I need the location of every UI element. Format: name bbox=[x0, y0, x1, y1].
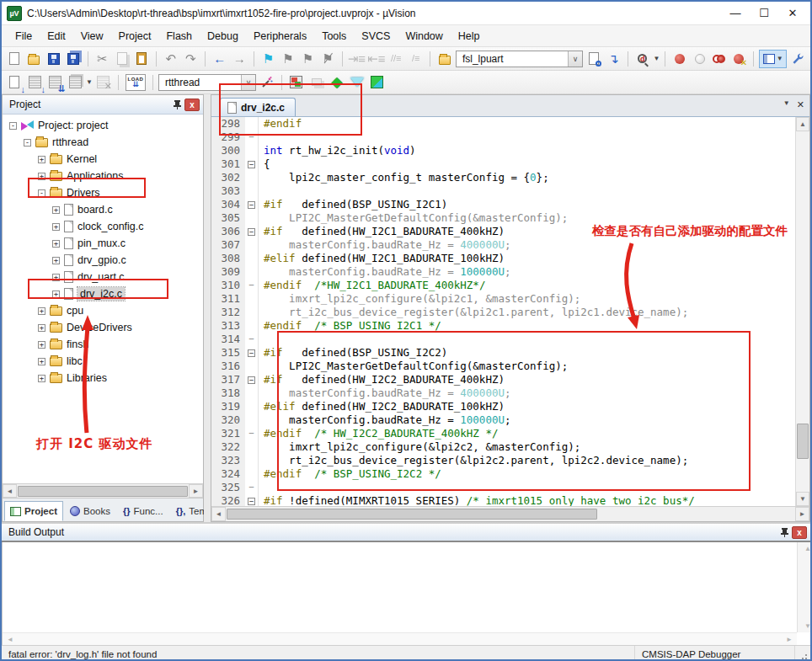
expand-icon[interactable]: + bbox=[38, 173, 45, 180]
kill-breakpoints-button[interactable]: ✕ bbox=[730, 50, 748, 68]
uncomment-button[interactable]: /≡ bbox=[407, 50, 425, 68]
code-line-307[interactable]: 307 masterConfig.baudRate_Hz = 400000U; bbox=[211, 238, 809, 252]
scroll-left-icon[interactable]: ◄ bbox=[211, 507, 226, 521]
scrollbar-thumb[interactable] bbox=[18, 486, 188, 497]
indent-button[interactable]: ⇥≡ bbox=[348, 50, 366, 68]
multiple-windows-button[interactable] bbox=[307, 73, 326, 92]
panel-splitter[interactable] bbox=[204, 94, 211, 522]
code-line-320[interactable]: 320 masterConfig.baudRate_Hz = 100000U; bbox=[211, 413, 809, 427]
build-output-horizontal-scrollbar[interactable]: ◄ ► bbox=[3, 632, 797, 645]
outdent-button[interactable]: ⇤≡ bbox=[367, 50, 385, 68]
insert-breakpoint-button[interactable] bbox=[670, 50, 688, 68]
fold-collapse-icon[interactable]: − bbox=[245, 198, 259, 211]
maximize-button[interactable]: ☐ bbox=[751, 4, 777, 23]
goto-reference-button[interactable]: ↴ bbox=[605, 50, 622, 68]
code-line-323[interactable]: 323 rt_i2c_bus_device_register(&lpi2c2.p… bbox=[211, 454, 809, 467]
scroll-left-icon[interactable]: ◄ bbox=[3, 484, 17, 498]
code-line-305[interactable]: 305 LPI2C_MasterGetDefaultConfig(&master… bbox=[211, 211, 809, 225]
code-line-318[interactable]: 318 masterConfig.baudRate_Hz = 400000U; bbox=[211, 386, 809, 400]
expand-icon[interactable]: + bbox=[52, 274, 60, 281]
code-line-316[interactable]: 316 LPI2C_MasterGetDefaultConfig(&master… bbox=[211, 360, 809, 373]
code-line-301[interactable]: 301−{ bbox=[211, 157, 809, 171]
tree-item-drv-gpio-c[interactable]: +drv_gpio.c bbox=[3, 252, 203, 269]
open-file-button[interactable] bbox=[24, 50, 42, 68]
code-line-321[interactable]: 321─#endif /* HW_I2C2_BADURATE_400kHZ */ bbox=[211, 427, 809, 440]
menu-item-window[interactable]: Window bbox=[398, 28, 449, 45]
code-line-313[interactable]: 313#endif /* BSP_USING_I2C1 */ bbox=[211, 319, 809, 333]
scroll-down-icon[interactable]: ▼ bbox=[796, 492, 809, 506]
build-output-content[interactable]: ▲ ▼ ◄ ► bbox=[2, 542, 810, 645]
menu-item-project[interactable]: Project bbox=[112, 28, 158, 45]
code-editor[interactable]: 298#endif299─300int rt_hw_i2c_init(void)… bbox=[211, 117, 809, 506]
find-button[interactable]: d bbox=[633, 50, 651, 68]
fold-collapse-icon[interactable]: − bbox=[245, 494, 259, 506]
search-value[interactable]: fsl_lpuart bbox=[457, 53, 568, 65]
code-line-319[interactable]: 319#elif defined(HW_I2C2_BADURATE_100kHZ… bbox=[211, 400, 809, 413]
code-line-306[interactable]: 306−#if defined(HW_I2C1_BADURATE_400kHZ) bbox=[211, 225, 809, 238]
save-all-button[interactable] bbox=[64, 50, 82, 68]
pin-icon[interactable] bbox=[777, 525, 792, 539]
manage-rte-button[interactable]: ◆ bbox=[328, 73, 346, 92]
resize-grip[interactable] bbox=[795, 646, 810, 661]
menu-item-debug[interactable]: Debug bbox=[200, 28, 245, 45]
code-line-314[interactable]: 314─ bbox=[211, 333, 809, 346]
pin-icon[interactable] bbox=[169, 98, 184, 111]
code-line-308[interactable]: 308#elif defined(HW_I2C1_BADURATE_100kHZ… bbox=[211, 252, 809, 265]
collapse-icon[interactable]: - bbox=[38, 189, 45, 197]
tree-item-libc[interactable]: +libc bbox=[3, 353, 203, 370]
enable-breakpoint-button[interactable] bbox=[691, 50, 708, 68]
scroll-left-icon[interactable]: ◄ bbox=[3, 636, 18, 643]
tree-item-applications[interactable]: +Applications bbox=[3, 168, 203, 184]
menu-item-file[interactable]: File bbox=[8, 28, 39, 45]
tree-item-drv-i2c-c[interactable]: +drv_i2c.c bbox=[3, 285, 203, 302]
code-line-315[interactable]: 315−#if defined(BSP_USING_I2C2) bbox=[211, 346, 809, 360]
find-dropdown-caret[interactable]: ▼ bbox=[653, 55, 660, 62]
fold-collapse-icon[interactable]: − bbox=[245, 157, 259, 171]
menu-item-flash[interactable]: Flash bbox=[159, 28, 199, 45]
rebuild-button[interactable]: ⇊ bbox=[45, 73, 64, 92]
window-layout-button[interactable]: ▼ bbox=[759, 50, 787, 68]
load-flash-button[interactable]: LOAD⇊ bbox=[124, 73, 147, 92]
toggle-bookmark-button[interactable]: ⚑ bbox=[259, 50, 277, 68]
tree-item-finsh[interactable]: +finsh bbox=[3, 336, 203, 353]
tree-item-project-project[interactable]: -Project: project bbox=[3, 117, 203, 134]
pack-installer-button[interactable] bbox=[368, 73, 387, 92]
tree-item-devicedrivers[interactable]: +DeviceDrivers bbox=[3, 319, 203, 336]
fold-collapse-icon[interactable]: − bbox=[245, 346, 259, 360]
tab-list-dropdown-icon[interactable]: ▼ bbox=[783, 99, 790, 110]
tree-item-cpu[interactable]: +cpu bbox=[3, 302, 203, 319]
build-button[interactable]: ↓ bbox=[25, 73, 44, 92]
project-horizontal-scrollbar[interactable]: ◄ ► bbox=[3, 483, 203, 498]
scroll-up-icon[interactable]: ▲ bbox=[796, 117, 809, 131]
build-output-close-button[interactable]: x bbox=[792, 526, 807, 539]
disable-breakpoints-button[interactable] bbox=[710, 50, 728, 68]
code-line-309[interactable]: 309 masterConfig.baudRate_Hz = 100000U; bbox=[211, 265, 809, 279]
cut-button[interactable]: ✂ bbox=[93, 50, 111, 68]
code-line-304[interactable]: 304−#if defined(BSP_USING_I2C1) bbox=[211, 198, 809, 211]
scroll-right-icon[interactable]: ► bbox=[782, 636, 797, 643]
tree-item-board-c[interactable]: +board.c bbox=[3, 201, 203, 218]
tree-item-kernel[interactable]: +Kernel bbox=[3, 151, 203, 168]
expand-icon[interactable]: + bbox=[52, 223, 60, 231]
menu-item-view[interactable]: View bbox=[74, 28, 110, 45]
configure-wrench-button[interactable] bbox=[788, 50, 806, 68]
next-bookmark-button[interactable]: ⚑ bbox=[299, 50, 317, 68]
code-line-302[interactable]: 302 lpi2c_master_config_t masterConfig =… bbox=[211, 171, 809, 184]
navigate-forward-button[interactable]: → bbox=[230, 50, 248, 68]
batch-build-caret[interactable]: ▼ bbox=[86, 78, 93, 86]
code-line-322[interactable]: 322 imxrt_lpi2c_configure(&lpi2c2, &mast… bbox=[211, 440, 809, 454]
search-dropdown-button[interactable]: ∨ bbox=[568, 51, 582, 67]
expand-icon[interactable]: + bbox=[38, 358, 45, 365]
save-button[interactable] bbox=[45, 50, 62, 68]
workspace-tab-project[interactable]: Project bbox=[4, 501, 63, 521]
code-line-310[interactable]: 310─#endif /*HW_I2C1_BADURATE_400kHZ*/ bbox=[211, 279, 809, 292]
workspace-tab-func-[interactable]: {}Func... bbox=[117, 501, 169, 521]
menu-item-svcs[interactable]: SVCS bbox=[355, 28, 397, 45]
workspace-tab-books[interactable]: Books bbox=[64, 501, 116, 521]
search-scope-icon[interactable] bbox=[435, 50, 453, 68]
expand-icon[interactable]: + bbox=[38, 307, 45, 315]
target-dropdown-button[interactable]: ∨ bbox=[241, 75, 255, 90]
target-value[interactable]: rtthread bbox=[159, 77, 241, 88]
paste-button[interactable] bbox=[133, 50, 151, 68]
clear-bookmarks-button[interactable]: ⚑̸ bbox=[318, 50, 336, 68]
